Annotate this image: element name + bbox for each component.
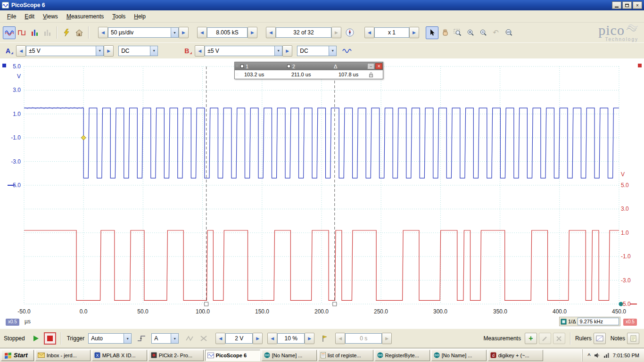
scope-view-button[interactable] [3,26,16,39]
spectrum-view-button[interactable] [28,26,41,39]
persistence-view-button[interactable] [41,26,54,39]
menu-measurements[interactable]: Measurements [62,11,108,22]
undo-zoom-button[interactable]: ↶ [489,26,502,39]
start-button[interactable]: Start [1,350,34,361]
zoom-window-tool-button[interactable] [451,26,464,39]
timebase-prev-button[interactable]: ◀ [98,27,108,38]
taskbar-item-inbox[interactable]: Inbox - jerd... [35,350,91,361]
chevron-down-icon: ▼ [171,334,178,343]
auto-setup-button[interactable] [60,26,73,39]
channel-b-range-select[interactable]: ±5 V ▼ [205,46,282,56]
holdoff-down-button[interactable]: ◀ [335,333,345,344]
channel-b-range-value: ±5 V [205,48,274,54]
time-axis-label: 0.0 [69,308,98,315]
zoom-in-tool-button[interactable] [464,26,477,39]
taskbar-item-list[interactable]: list of registe... [318,350,373,361]
stop-button[interactable] [44,332,56,345]
taskbar-item-digikey[interactable]: d digikey + (~... [488,350,543,361]
lock-icon[interactable] [369,72,373,78]
trigger-marker-button[interactable] [318,333,330,344]
menu-views[interactable]: Views [39,11,62,22]
menu-file[interactable]: File [3,11,20,22]
probe-options-button[interactable] [340,44,353,57]
edit-measurement-button[interactable] [539,333,551,344]
trigger-source-select[interactable]: A ▼ [151,333,179,344]
menu-help[interactable]: Help [130,11,150,22]
rapid-trigger-button[interactable] [198,333,210,344]
pretrigger-value[interactable]: 10 % [277,333,305,344]
taskbar-item-noname2[interactable]: [No Name] ... [431,350,487,361]
taskbar-item-picoscope[interactable]: PicoScope 6 [205,350,260,361]
speaker-icon[interactable] [594,353,600,358]
hand-tool-button[interactable] [438,26,451,39]
scope-canvas[interactable] [0,58,644,329]
menu-tools[interactable]: Tools [108,11,130,22]
rulers-close-button[interactable]: × [375,63,382,69]
holdoff-value[interactable]: 0 s [345,333,382,344]
timebase-select[interactable]: 50 µs/div ▼ [108,27,179,38]
channel-b-range-next-button[interactable]: ▶ [282,45,292,57]
rulers-button[interactable] [594,333,606,344]
time-rulers-panel[interactable]: ∷ 1 2 Δ − × ∷ 103.2 us 211.0 us 107.8 us [234,62,383,79]
channel-b-coupling-select[interactable]: DC ▼ [297,46,337,56]
rapid-trigger-icon [199,335,208,342]
zoom-out-tool-button[interactable] [477,26,489,39]
zoom-factor-value[interactable]: x 1 [374,27,409,38]
taskbar-item-mplab[interactable]: X MPLAB X ID... [92,350,147,361]
zoom-in-step-button[interactable]: ▶ [409,27,419,38]
taskbar-item-noname1[interactable]: [No Name] ... [262,350,317,361]
channel-a-coupling-select[interactable]: DC ▼ [118,46,158,56]
buffer-prev-button[interactable]: ◀ [266,27,276,38]
samples-increase-button[interactable]: ▶ [248,27,257,38]
channel-a-range-next-button[interactable]: ▶ [104,45,114,57]
buffer-next-button[interactable]: ▶ [331,27,341,38]
taskbar-item-label: PicoScope 6 [216,353,247,358]
channel-a-label[interactable]: A [6,47,13,55]
menu-bar: File Edit Views Measurements Tools Help [0,10,644,23]
time-axis-label: 100.0 [189,308,217,315]
zoom-out-step-button[interactable]: ◀ [364,27,374,38]
b-scale-badge[interactable]: x0.5 [623,319,637,326]
trigger-level-value[interactable]: 2 V [225,333,253,344]
trigger-mode-select[interactable]: Auto ▼ [88,333,132,344]
title-bar[interactable]: PicoScope 6 × [0,0,644,10]
tray-expand-icon[interactable]: ^ [587,353,590,358]
rulers-minimize-button[interactable]: − [367,63,374,69]
channel-b-range-prev-button[interactable]: ◀ [195,45,205,57]
close-button[interactable]: × [633,1,642,9]
pretrigger-down-button[interactable]: ◀ [267,333,277,344]
channel-b-label[interactable]: B [184,47,192,55]
a-scale-badge[interactable]: x0.5 [6,319,19,326]
samples-value[interactable]: 8.005 kS [207,27,248,38]
buffer-navigator-button[interactable] [343,26,356,39]
restore-button[interactable] [622,1,632,9]
buffer-position[interactable]: 32 of 32 [276,27,331,38]
drag-grip-icon[interactable]: ∷ [235,64,239,68]
taskbar-item-pickit[interactable]: PICkit 2- Pro... [149,350,204,361]
notes-button[interactable] [627,333,639,344]
rulers-panel-header[interactable]: ∷ 1 2 Δ − × [235,62,383,70]
trigger-level-up-button[interactable]: ▶ [253,333,263,344]
trigger-level-down-button[interactable]: ◀ [215,333,225,344]
run-button[interactable] [30,333,42,344]
menu-edit[interactable]: Edit [20,11,39,22]
channel-a-range-prev-button[interactable]: ◀ [16,45,26,57]
advanced-trigger-button[interactable] [183,333,196,344]
pretrigger-up-button[interactable]: ▶ [305,333,314,344]
pointer-tool-button[interactable] [426,26,438,39]
minimize-button[interactable] [612,1,621,9]
holdoff-up-button[interactable]: ▶ [382,333,392,344]
delete-measurement-button[interactable] [553,333,565,344]
axis-a-label: -5.0 [2,182,21,189]
signal-bars-icon[interactable] [603,353,610,358]
samples-decrease-button[interactable]: ◀ [197,27,207,38]
xy-view-button[interactable] [16,26,28,39]
add-measurement-button[interactable]: + [525,333,537,344]
zoom-full-button[interactable]: 100 [502,26,515,39]
channel-a-range-select[interactable]: ±5 V ▼ [26,46,104,56]
trigger-edge-button[interactable] [135,333,148,344]
home-settings-button[interactable] [73,26,85,39]
timebase-next-button[interactable]: ▶ [179,27,189,38]
taskbar-item-registerbyte[interactable]: RegisterByte... [375,350,430,361]
picoscope-window: PicoScope 6 × File Edit Views Measuremen… [0,0,644,362]
